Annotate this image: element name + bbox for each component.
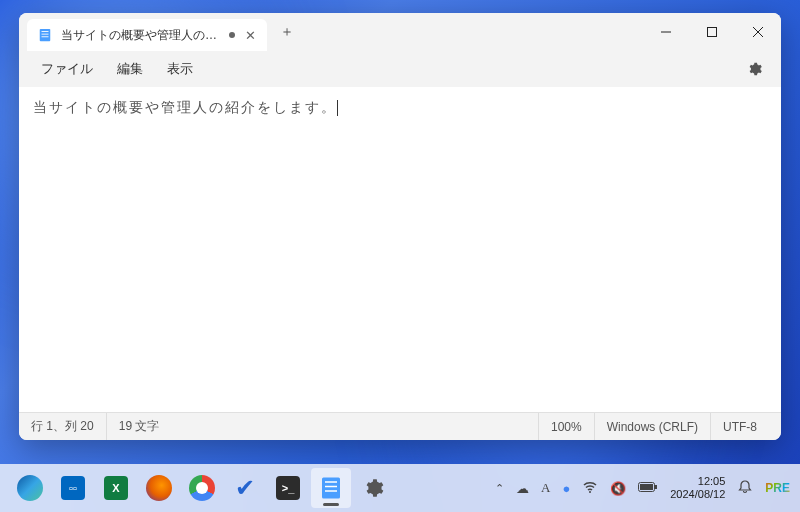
svg-rect-8 xyxy=(322,478,340,499)
edge-icon xyxy=(17,475,43,501)
unsaved-indicator xyxy=(229,32,235,38)
firefox-icon xyxy=(146,475,172,501)
menu-view[interactable]: 表示 xyxy=(157,56,203,82)
clock-date: 2024/08/12 xyxy=(670,488,725,501)
status-charcount[interactable]: 19 文字 xyxy=(106,413,172,440)
taskbar-notepad[interactable] xyxy=(311,468,351,508)
volume-icon[interactable]: 🔇 xyxy=(610,481,626,496)
maximize-button[interactable] xyxy=(689,13,735,51)
gear-icon xyxy=(747,61,763,77)
menu-edit[interactable]: 編集 xyxy=(107,56,153,82)
document-tab[interactable]: 当サイトの概要や管理人の紹介をします。 ✕ xyxy=(27,19,267,51)
window-controls xyxy=(643,13,781,51)
close-button[interactable] xyxy=(735,13,781,51)
notepad-window: 当サイトの概要や管理人の紹介をします。 ✕ ＋ ファイル 編集 表示 当サイトの… xyxy=(19,13,781,440)
svg-rect-0 xyxy=(40,29,51,41)
chrome-icon xyxy=(189,475,215,501)
taskbar-todo[interactable]: ✔ xyxy=(225,468,265,508)
gear-icon xyxy=(363,477,385,499)
terminal-icon: >_ xyxy=(276,476,300,500)
taskbar-settings[interactable] xyxy=(354,468,394,508)
svg-rect-14 xyxy=(655,485,657,489)
settings-button[interactable] xyxy=(741,55,769,83)
tab-close-icon[interactable]: ✕ xyxy=(243,28,257,42)
notepad-icon xyxy=(319,476,343,500)
menubar: ファイル 編集 表示 xyxy=(19,51,781,87)
wifi-icon[interactable] xyxy=(582,479,598,498)
taskbar-clock[interactable]: 12:05 2024/08/12 xyxy=(670,475,725,501)
statusbar: 行 1、列 20 19 文字 100% Windows (CRLF) UTF-8 xyxy=(19,412,781,440)
taskbar-chrome[interactable] xyxy=(182,468,222,508)
taskbar-firefox[interactable] xyxy=(139,468,179,508)
onedrive-icon[interactable]: ☁ xyxy=(516,481,529,496)
notifications-icon[interactable] xyxy=(737,479,753,498)
taskbar-terminal[interactable]: >_ xyxy=(268,468,308,508)
system-tray: ⌃ ☁ A ● 🔇 12:05 2024/08/12 PRE xyxy=(495,475,790,501)
ime-icon[interactable]: A xyxy=(541,480,550,496)
new-tab-button[interactable]: ＋ xyxy=(273,18,301,46)
taskbar-store[interactable]: ▫▫ xyxy=(53,468,93,508)
text-cursor xyxy=(337,100,338,116)
check-icon: ✔ xyxy=(235,474,255,502)
battery-icon[interactable] xyxy=(638,481,658,496)
tab-title: 当サイトの概要や管理人の紹介をします。 xyxy=(61,27,221,44)
tray-expand-icon[interactable]: ⌃ xyxy=(495,482,504,495)
clock-time: 12:05 xyxy=(670,475,725,488)
editor-content: 当サイトの概要や管理人の紹介をします。 xyxy=(33,99,337,115)
svg-point-12 xyxy=(589,491,591,493)
store-icon: ▫▫ xyxy=(61,476,85,500)
svg-rect-15 xyxy=(640,484,653,490)
titlebar: 当サイトの概要や管理人の紹介をします。 ✕ ＋ xyxy=(19,13,781,51)
status-zoom[interactable]: 100% xyxy=(538,413,594,440)
taskbar-excel[interactable]: X xyxy=(96,468,136,508)
status-encoding[interactable]: UTF-8 xyxy=(710,413,769,440)
text-editor[interactable]: 当サイトの概要や管理人の紹介をします。 xyxy=(19,87,781,412)
copilot-icon[interactable]: PRE xyxy=(765,481,790,495)
minimize-button[interactable] xyxy=(643,13,689,51)
excel-icon: X xyxy=(104,476,128,500)
svg-rect-5 xyxy=(708,28,717,37)
status-eol[interactable]: Windows (CRLF) xyxy=(594,413,710,440)
taskbar-edge[interactable] xyxy=(10,468,50,508)
status-position[interactable]: 行 1、列 20 xyxy=(31,413,106,440)
taskbar: ▫▫ X ✔ >_ ⌃ ☁ A ● 🔇 12:05 2024/08/12 PRE xyxy=(0,464,800,512)
assistant-icon[interactable]: ● xyxy=(562,481,570,496)
menu-file[interactable]: ファイル xyxy=(31,56,103,82)
notepad-icon xyxy=(37,27,53,43)
